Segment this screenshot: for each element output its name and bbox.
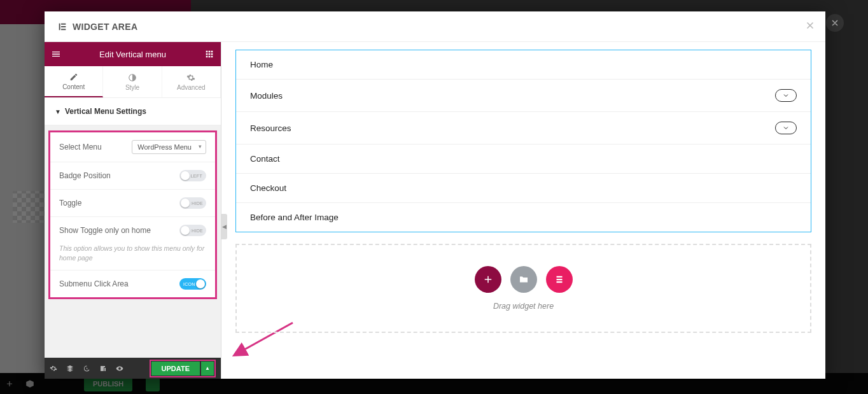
menu-item-label: Modules (250, 91, 283, 101)
menu-item-label: Checkout (250, 183, 286, 193)
widget-area-modal: WIDGET AREA Edit Vertical menu Content S… (45, 11, 825, 379)
menu-item-label: Home (250, 60, 273, 69)
toggle-value: HIDE (192, 201, 203, 206)
inspector-panel: Edit Vertical menu Content Style Advance… (45, 42, 221, 379)
settings-icon[interactable] (50, 365, 57, 372)
tab-advanced-label: Advanced (177, 84, 205, 91)
caret-down-icon: ▼ (55, 108, 61, 115)
close-icon (805, 20, 815, 31)
elementor-icon (57, 22, 67, 32)
folder-icon (518, 274, 529, 285)
tab-content-label: Content (62, 83, 85, 90)
inspector-footer: UPDATE ▲ (45, 358, 221, 379)
control-select-menu: Select Menu WordPress Menu (50, 132, 215, 162)
modal-title: WIDGET AREA (57, 22, 137, 32)
control-badge-position: Badge Position LEFT (50, 162, 215, 190)
menu-item-before-after[interactable]: Before and After Image (236, 203, 811, 232)
pencil-icon (69, 73, 78, 81)
submenu-click-toggle[interactable]: ICON (179, 278, 206, 290)
help-text: This option allows you to show this menu… (50, 244, 215, 271)
chevron-down-icon (782, 124, 790, 132)
modal-close-button[interactable] (805, 19, 815, 34)
menu-item-label: Before and After Image (250, 213, 339, 222)
update-button-highlight: UPDATE ▲ (150, 360, 216, 377)
menu-item-label: Contact (250, 154, 280, 164)
apps-grid-icon[interactable] (204, 49, 214, 59)
select-menu-dropdown[interactable]: WordPress Menu (132, 140, 206, 154)
layers-icon[interactable] (66, 365, 74, 372)
badge-position-label: Badge Position (59, 171, 179, 180)
control-submenu-click: Submenu Click Area ICON (50, 271, 215, 297)
control-show-toggle-home: Show Toggle only on home HIDE (50, 217, 215, 244)
inspector-title: Edit Vertical menu (61, 50, 204, 59)
submenu-click-value: ICON (183, 282, 195, 286)
menu-item-home[interactable]: Home (236, 50, 811, 80)
badge-position-value: LEFT (191, 174, 202, 178)
menu-item-label: Resources (250, 123, 291, 133)
section-title-text: Vertical Menu Settings (65, 107, 146, 116)
menu-item-contact[interactable]: Contact (236, 144, 811, 174)
badge-position-toggle[interactable]: LEFT (179, 170, 206, 181)
select-menu-label: Select Menu (59, 143, 132, 151)
tab-advanced[interactable]: Advanced (162, 66, 221, 97)
ek-icon (554, 274, 565, 285)
toggle-toggle[interactable]: HIDE (179, 197, 206, 209)
tab-content[interactable]: Content (45, 66, 103, 97)
hamburger-icon[interactable] (51, 49, 61, 59)
widget-dropzone[interactable]: Drag widget here (235, 244, 811, 333)
preview-canvas: ◀ Home Modules Resources Contact Checko (221, 42, 825, 379)
panel-collapse-handle[interactable]: ◀ (221, 214, 227, 239)
update-dropdown[interactable]: ▲ (201, 362, 214, 376)
toggle-label: Toggle (59, 199, 179, 208)
section-vertical-menu-settings[interactable]: ▼ Vertical Menu Settings (45, 98, 221, 125)
update-button[interactable]: UPDATE (151, 362, 200, 376)
chevron-down-icon (782, 92, 790, 99)
history-icon[interactable] (83, 365, 90, 372)
control-toggle: Toggle HIDE (50, 190, 215, 217)
inspector-tabs: Content Style Advanced (45, 66, 221, 98)
contrast-icon (128, 73, 137, 82)
submenu-toggle[interactable] (775, 89, 797, 102)
menu-item-modules[interactable]: Modules (236, 80, 811, 112)
tab-style[interactable]: Style (103, 66, 162, 97)
settings-highlight: Select Menu WordPress Menu Badge Positio… (48, 130, 217, 299)
responsive-icon[interactable] (99, 365, 107, 372)
menu-item-checkout[interactable]: Checkout (236, 174, 811, 203)
elementskit-button[interactable] (546, 266, 573, 293)
submenu-click-label: Submenu Click Area (59, 279, 179, 288)
modal-title-text: WIDGET AREA (73, 22, 137, 32)
preview-eye-icon[interactable] (116, 365, 123, 372)
menu-item-resources[interactable]: Resources (236, 112, 811, 144)
modal-header: WIDGET AREA (45, 11, 825, 42)
plus-icon (482, 274, 494, 285)
submenu-toggle[interactable] (775, 122, 797, 134)
gear-icon (186, 73, 195, 82)
show-toggle-home-label: Show Toggle only on home (59, 226, 179, 235)
outer-close-button[interactable] (826, 14, 844, 32)
dropzone-hint: Drag widget here (493, 302, 554, 311)
add-section-button[interactable] (475, 266, 501, 293)
tab-style-label: Style (125, 84, 139, 91)
template-library-button[interactable] (510, 266, 537, 293)
inspector-topbar: Edit Vertical menu (45, 42, 221, 66)
vertical-menu-widget: Home Modules Resources Contact Checkout (235, 50, 811, 232)
show-toggle-home-toggle[interactable]: HIDE (179, 225, 206, 236)
show-toggle-home-value: HIDE (192, 229, 203, 233)
